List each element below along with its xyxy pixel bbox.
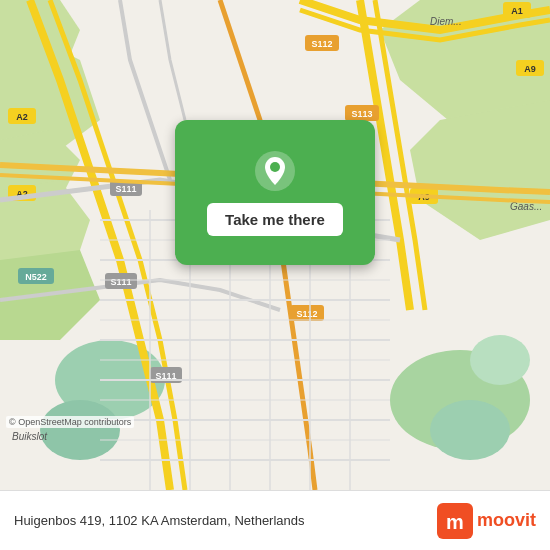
svg-text:S112: S112 (311, 39, 332, 49)
map-attribution: © OpenStreetMap contributors (6, 416, 134, 428)
map-container[interactable]: A2 A2 A9 A9 A1 S112 S113 S112 S112 S111 … (0, 0, 550, 490)
moovit-brand-icon: m (437, 503, 473, 539)
svg-text:S113: S113 (351, 109, 372, 119)
svg-point-9 (430, 400, 510, 460)
map-pin-icon (253, 149, 297, 193)
svg-text:S111: S111 (115, 184, 136, 194)
moovit-brand-text: moovit (477, 510, 536, 531)
svg-text:S111: S111 (110, 277, 131, 287)
svg-text:A1: A1 (511, 6, 523, 16)
svg-point-12 (470, 335, 530, 385)
svg-text:m: m (446, 511, 464, 533)
svg-text:Buikslot: Buikslot (12, 431, 48, 442)
overlay-card[interactable]: Take me there (175, 120, 375, 265)
svg-text:A9: A9 (524, 64, 536, 74)
svg-text:N522: N522 (25, 272, 47, 282)
svg-text:S112: S112 (296, 309, 317, 319)
svg-text:A2: A2 (16, 112, 28, 122)
svg-text:Diem...: Diem... (430, 16, 462, 27)
moovit-logo: m moovit (437, 503, 536, 539)
bottom-bar: Huigenbos 419, 1102 KA Amsterdam, Nether… (0, 490, 550, 550)
svg-point-11 (40, 400, 120, 460)
svg-point-62 (270, 162, 280, 172)
address-label: Huigenbos 419, 1102 KA Amsterdam, Nether… (14, 513, 305, 528)
take-me-there-button[interactable]: Take me there (207, 203, 343, 236)
